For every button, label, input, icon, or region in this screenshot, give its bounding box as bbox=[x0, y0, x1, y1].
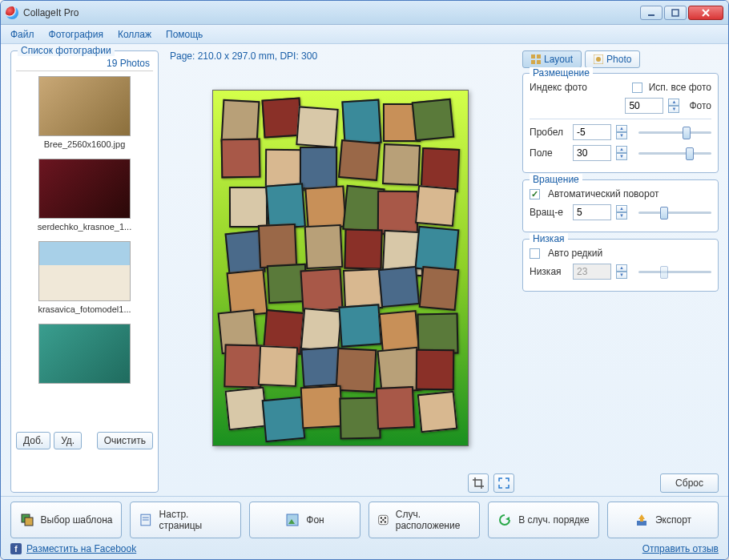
template-button[interactable]: Выбор шаблона bbox=[10, 502, 122, 538]
window-title: CollageIt Pro bbox=[23, 7, 638, 18]
field-slider[interactable] bbox=[638, 146, 711, 160]
delete-photo-button[interactable]: Уд. bbox=[54, 432, 82, 449]
list-item[interactable]: Bree_2560x1600.jpg bbox=[16, 71, 153, 154]
background-icon bbox=[285, 513, 300, 527]
bottom-bar: Выбор шаблона Настр. страницы Фон Случ. … bbox=[1, 496, 728, 559]
titlebar[interactable]: CollageIt Pro bbox=[1, 1, 728, 25]
sparse-value-label: Низкая bbox=[530, 266, 568, 277]
collage-tile[interactable] bbox=[229, 187, 268, 228]
collage-tile[interactable] bbox=[419, 266, 460, 311]
collage-tile[interactable] bbox=[224, 344, 263, 388]
collage-tile[interactable] bbox=[417, 391, 457, 433]
collage-tile[interactable] bbox=[417, 312, 458, 354]
feedback-link[interactable]: Отправить отзыв bbox=[642, 543, 719, 554]
collage-tile[interactable] bbox=[377, 190, 418, 234]
svg-marker-23 bbox=[505, 517, 509, 521]
collage-tile[interactable] bbox=[335, 348, 377, 393]
collage-tile[interactable] bbox=[376, 386, 415, 429]
use-all-checkbox[interactable] bbox=[632, 83, 642, 93]
svg-point-22 bbox=[385, 521, 386, 522]
gap-spinner[interactable]: ▲▼ bbox=[616, 125, 627, 139]
collage-tile[interactable] bbox=[300, 385, 344, 429]
photo-icon bbox=[594, 54, 603, 64]
page-icon bbox=[139, 513, 153, 527]
index-input[interactable] bbox=[625, 98, 663, 114]
collage-tile[interactable] bbox=[304, 186, 347, 230]
sparse-title: Низкая bbox=[530, 233, 568, 244]
collage-canvas[interactable] bbox=[212, 90, 469, 446]
page-setup-button[interactable]: Настр. страницы bbox=[130, 502, 241, 538]
facebook-icon: f bbox=[10, 543, 22, 554]
collage-tile[interactable] bbox=[266, 183, 307, 230]
collage-tile[interactable] bbox=[338, 139, 381, 181]
collage-tile[interactable] bbox=[344, 228, 382, 269]
collage-tile[interactable] bbox=[415, 185, 457, 227]
crop-tool-button[interactable] bbox=[468, 473, 489, 493]
menu-help[interactable]: Помощь bbox=[166, 29, 203, 40]
random-order-button[interactable]: В случ. порядке bbox=[488, 502, 599, 538]
close-button[interactable] bbox=[688, 6, 723, 20]
collage-tile[interactable] bbox=[296, 106, 339, 147]
collage-tile[interactable] bbox=[262, 397, 305, 443]
auto-sparse-checkbox[interactable] bbox=[530, 248, 540, 259]
maximize-button[interactable] bbox=[664, 6, 687, 20]
background-button[interactable]: Фон bbox=[249, 502, 360, 538]
thumbnail-name: Bree_2560x1600.jpg bbox=[19, 139, 150, 149]
collage-tile[interactable] bbox=[258, 224, 298, 268]
preview-panel: Page: 210.0 x 297.0 mm, DPI: 300 bbox=[167, 50, 514, 493]
fit-screen-button[interactable] bbox=[493, 473, 514, 493]
export-button[interactable]: Экспорт bbox=[607, 502, 719, 538]
tab-layout[interactable]: Layout bbox=[522, 50, 582, 68]
menu-collage[interactable]: Коллаж bbox=[118, 29, 151, 40]
collage-tile[interactable] bbox=[258, 345, 299, 387]
list-item[interactable]: krasavica_fotomodel1... bbox=[16, 236, 153, 319]
collage-tile[interactable] bbox=[338, 304, 381, 347]
menu-photo[interactable]: Фотография bbox=[49, 29, 103, 40]
thumbnail-name: krasavica_fotomodel1... bbox=[19, 304, 150, 314]
svg-point-20 bbox=[382, 519, 384, 521]
collage-tile[interactable] bbox=[221, 99, 260, 144]
rotation-value-label: Вращ-е bbox=[530, 207, 568, 218]
index-spinner[interactable]: ▲▼ bbox=[668, 99, 679, 113]
collage-tile[interactable] bbox=[300, 147, 337, 189]
tab-photo[interactable]: Photo bbox=[585, 50, 640, 68]
field-spinner[interactable]: ▲▼ bbox=[616, 146, 627, 160]
photo-suffix: Фото bbox=[689, 100, 711, 111]
rotation-spinner[interactable]: ▲▼ bbox=[616, 205, 627, 220]
field-label: Поле bbox=[530, 147, 568, 159]
collage-tile[interactable] bbox=[304, 224, 344, 268]
placement-title: Размещение bbox=[530, 67, 593, 79]
facebook-link[interactable]: Разместить на Facebook bbox=[26, 543, 136, 554]
gap-slider[interactable] bbox=[638, 125, 711, 139]
gap-input[interactable] bbox=[573, 124, 611, 140]
sparse-spinner[interactable]: ▲▼ bbox=[616, 264, 627, 279]
rotation-slider[interactable] bbox=[638, 205, 711, 220]
layout-icon bbox=[531, 54, 541, 64]
field-input[interactable] bbox=[573, 145, 611, 161]
collage-tile[interactable] bbox=[412, 99, 454, 142]
use-all-label: Исп. все фото bbox=[649, 82, 711, 93]
random-layout-button[interactable]: Случ. расположение bbox=[369, 502, 480, 538]
collage-tile[interactable] bbox=[300, 308, 342, 353]
auto-rotate-checkbox[interactable] bbox=[530, 189, 540, 199]
menu-file[interactable]: Файл bbox=[10, 29, 34, 40]
collage-tile[interactable] bbox=[341, 99, 381, 145]
minimize-button[interactable] bbox=[640, 6, 663, 20]
rotation-input[interactable] bbox=[573, 204, 611, 220]
clear-photos-button[interactable]: Очистить bbox=[97, 432, 153, 449]
collage-tile[interactable] bbox=[224, 387, 267, 431]
list-item[interactable]: serdechko_krasnoe_1... bbox=[16, 154, 153, 236]
auto-rotate-label: Автоматический поворот bbox=[548, 188, 659, 199]
collage-tile[interactable] bbox=[416, 348, 454, 390]
collage-tile[interactable] bbox=[300, 268, 344, 312]
collage-tile[interactable] bbox=[339, 397, 381, 439]
collage-tile[interactable] bbox=[382, 143, 421, 185]
thumbnail-image bbox=[38, 76, 131, 136]
collage-tile[interactable] bbox=[378, 266, 420, 308]
collage-tile[interactable] bbox=[221, 138, 261, 178]
collage-tile[interactable] bbox=[415, 226, 460, 272]
add-photo-button[interactable]: Доб. bbox=[16, 432, 50, 449]
thumbnail-list[interactable]: Bree_2560x1600.jpg serdechko_krasnoe_1..… bbox=[16, 71, 153, 427]
reset-button[interactable]: Сброс bbox=[660, 473, 719, 493]
list-item[interactable] bbox=[16, 319, 153, 392]
